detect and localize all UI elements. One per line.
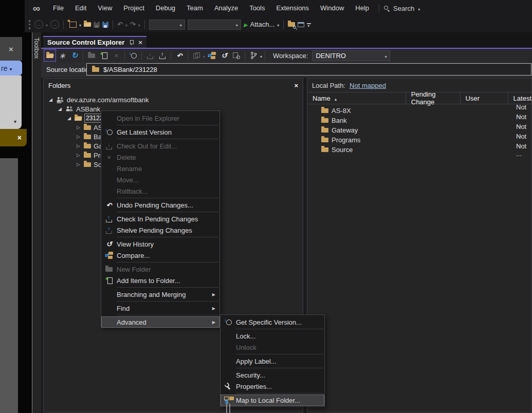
close-icon[interactable] <box>17 134 22 142</box>
undo-pending-button[interactable] <box>174 50 185 61</box>
not-mapped-link[interactable]: Not mapped <box>350 82 386 89</box>
workspace-dropdown[interactable]: DENITRO <box>312 50 390 61</box>
close-icon[interactable] <box>138 39 142 46</box>
save-button[interactable] <box>94 22 100 28</box>
chevron-down-icon[interactable] <box>46 21 48 28</box>
refresh-button[interactable] <box>69 50 80 61</box>
attach-button[interactable]: Attach... <box>244 21 279 28</box>
pin-icon[interactable] <box>129 40 134 45</box>
menu-item-get-latest-version[interactable]: Get Latest Version <box>101 126 219 138</box>
menu-item-get-specific-version[interactable]: Get Specific Version... <box>221 316 324 328</box>
chevron-down-icon[interactable] <box>203 52 205 60</box>
table-row[interactable]: Source Not ... <box>307 145 531 155</box>
menu-item-undo-pending-changes[interactable]: Undo Pending Changes... <box>101 199 219 211</box>
chevron-down-icon[interactable] <box>14 117 16 125</box>
menu-item-check-in-pending-changes[interactable]: Check In Pending Changes <box>101 213 219 224</box>
overlay-dismiss-bar[interactable] <box>0 129 27 146</box>
tree-item-collection[interactable]: dev.azure.com/armsoftbank <box>44 95 303 104</box>
menu-item-find[interactable]: Find <box>101 303 219 314</box>
expand-arrow-icon[interactable] <box>57 106 63 111</box>
solution-explorer-button[interactable] <box>298 22 304 27</box>
redo-button[interactable] <box>130 21 136 28</box>
collapse-arrow-icon[interactable] <box>76 162 81 167</box>
table-row[interactable]: Programs Not ... <box>307 135 531 145</box>
menu-item-add-items-to-folder[interactable]: Add Items to Folder... <box>101 275 219 286</box>
expand-arrow-icon[interactable] <box>66 116 72 121</box>
history-button[interactable] <box>218 50 230 61</box>
collapse-arrow-icon[interactable] <box>76 134 81 139</box>
menu-item-properties[interactable]: Properties... <box>221 381 324 392</box>
table-row[interactable]: Gateway Not ... <box>307 125 531 135</box>
platform-dropdown[interactable] <box>188 20 241 30</box>
table-row[interactable]: AS-8X Not ... <box>307 106 531 116</box>
menu-debug[interactable]: Debug <box>150 0 181 16</box>
menu-extensions[interactable]: Extensions <box>271 0 315 16</box>
menu-item-apply-label[interactable]: Apply Label... <box>221 355 324 367</box>
table-row[interactable]: Bank Not ... <box>307 116 531 125</box>
resize-grip[interactable] <box>226 404 230 413</box>
unshelve-button[interactable] <box>191 50 202 61</box>
toolbox-tab[interactable]: Toolbox <box>32 32 41 413</box>
menu-analyze[interactable]: Analyze <box>209 0 244 16</box>
get-latest-button[interactable] <box>127 50 139 61</box>
configuration-dropdown[interactable] <box>149 20 185 30</box>
collapse-arrow-icon[interactable] <box>76 143 81 148</box>
overlay-share-button[interactable]: re <box>0 61 22 76</box>
search-box[interactable]: Search <box>383 5 420 12</box>
navigate-back-button[interactable] <box>34 20 43 29</box>
manage-workspaces-button[interactable] <box>57 50 68 61</box>
expand-arrow-icon[interactable] <box>48 97 53 102</box>
undo-button[interactable] <box>117 21 123 28</box>
branch-button[interactable] <box>248 50 259 61</box>
compare-button[interactable] <box>206 50 217 61</box>
new-folder-icon <box>105 267 113 272</box>
check-out-button[interactable] <box>144 50 156 61</box>
menu-item-compare[interactable]: Compare... <box>101 250 219 261</box>
menu-item-view-history[interactable]: View History <box>101 238 219 250</box>
check-in-button[interactable] <box>157 50 168 61</box>
close-icon[interactable] <box>9 45 13 53</box>
chevron-down-icon[interactable] <box>260 52 262 60</box>
toolbar-overflow-button[interactable] <box>307 22 312 27</box>
new-project-button[interactable] <box>69 22 77 28</box>
menu-item-lock[interactable]: Lock... <box>221 330 324 342</box>
source-location-input[interactable]: $/ASBank/231228 <box>86 63 531 76</box>
delete-button[interactable] <box>111 50 122 61</box>
menu-item-shelve-pending-changes[interactable]: Shelve Pending Changes <box>101 224 219 236</box>
chevron-down-icon[interactable] <box>79 21 81 28</box>
column-header-user[interactable]: User <box>461 92 508 104</box>
save-all-button[interactable] <box>102 22 108 28</box>
column-header-name[interactable]: Name <box>307 92 406 104</box>
new-folder-button[interactable] <box>86 50 97 61</box>
collapse-arrow-icon[interactable] <box>76 153 81 158</box>
menu-item-security[interactable]: Security... <box>221 369 324 381</box>
menu-tools[interactable]: Tools <box>244 0 270 16</box>
menu-item-branching-and-merging[interactable]: Branching and Merging <box>101 289 219 300</box>
menu-item-advanced[interactable]: Advanced <box>101 316 219 328</box>
tab-source-control-explorer[interactable]: Source Control Explorer <box>43 36 146 48</box>
menu-help[interactable]: Help <box>350 0 375 16</box>
close-icon[interactable] <box>294 82 298 89</box>
chevron-down-icon[interactable] <box>125 21 127 28</box>
menu-team[interactable]: Team <box>181 0 209 16</box>
overlay-gray-panel[interactable] <box>0 76 22 129</box>
chevron-down-icon[interactable] <box>138 21 140 28</box>
menu-edit[interactable]: Edit <box>69 0 92 16</box>
toolbar-drag-handle[interactable] <box>29 20 30 29</box>
column-header-pending-change[interactable]: Pending Change <box>406 92 461 104</box>
add-items-button[interactable] <box>98 50 109 61</box>
find-in-source-control-button[interactable] <box>231 50 242 61</box>
menu-file[interactable]: File <box>47 0 69 16</box>
menu-item-map-to-local-folder[interactable]: Map to Local Folder... <box>221 395 324 406</box>
menu-project[interactable]: Project <box>118 0 150 16</box>
menu-view[interactable]: View <box>92 0 118 16</box>
collapse-arrow-icon[interactable] <box>76 125 81 130</box>
find-in-files-button[interactable] <box>288 21 295 28</box>
menu-window[interactable]: Window <box>315 0 350 16</box>
navigate-forward-button[interactable] <box>50 20 59 29</box>
delete-icon <box>107 154 111 161</box>
overlay-close-panel[interactable] <box>0 37 22 61</box>
column-header-latest[interactable]: Latest <box>508 92 531 104</box>
open-file-button[interactable] <box>84 22 91 27</box>
navigation-button[interactable] <box>44 50 56 61</box>
